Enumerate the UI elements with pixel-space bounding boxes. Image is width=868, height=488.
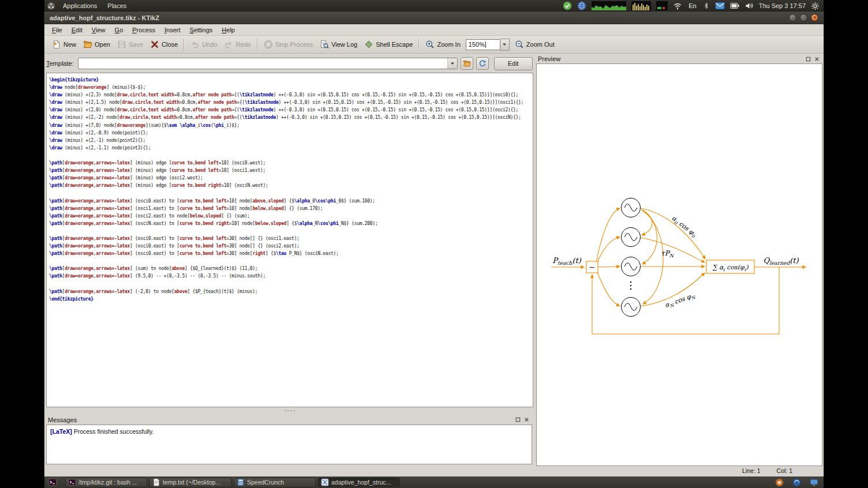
code-line[interactable]: \path[draw=orange,arrows=-latex] (osci0.… bbox=[49, 250, 533, 257]
messages-close-icon[interactable] bbox=[523, 416, 530, 423]
taskbar-right-icons bbox=[775, 478, 824, 487]
taskbar-task[interactable]: temp.txt (~/Desktop... bbox=[149, 478, 231, 487]
editor-preview-splitter[interactable] bbox=[532, 54, 536, 466]
zoom-in-button[interactable]: Zoom In bbox=[422, 38, 463, 51]
taskbar-display-icon[interactable] bbox=[810, 478, 818, 487]
code-line[interactable] bbox=[49, 227, 533, 235]
preview-canvas[interactable]: − ∑ αi cos(φi) Pteach(t) Qlearned(t) τPN… bbox=[536, 63, 822, 466]
code-line[interactable]: \path[draw=orange,arrows=-latex] (osci2.… bbox=[49, 212, 533, 220]
code-line[interactable]: \path[draw=orange,arrows=-latex] (minus)… bbox=[49, 167, 533, 174]
zoom-level-input[interactable]: 150% bbox=[466, 39, 500, 50]
menu-settings[interactable]: Settings bbox=[185, 24, 218, 35]
close-button[interactable]: ✕ bbox=[811, 14, 818, 21]
applications-menu[interactable]: Applications bbox=[58, 0, 102, 12]
alphaN-label: αN cos φN bbox=[664, 291, 697, 310]
system-tray: En Thu Sep 3 17:57 bbox=[563, 1, 824, 10]
close-button[interactable]: Close bbox=[147, 38, 181, 51]
volume-icon[interactable] bbox=[745, 1, 754, 10]
code-line[interactable]: \draw (minus) +(2,0) node[draw,circle,te… bbox=[49, 106, 533, 114]
code-line[interactable] bbox=[49, 280, 533, 288]
code-line[interactable]: \end{tikzpicture} bbox=[49, 295, 533, 303]
distro-logo-icon[interactable] bbox=[47, 2, 55, 10]
code-line[interactable]: \path[draw=orange,arrows=-latex] (osci0.… bbox=[49, 197, 533, 205]
places-menu[interactable]: Places bbox=[103, 0, 131, 12]
menu-edit[interactable]: Edit bbox=[67, 24, 87, 35]
new-button[interactable]: New bbox=[48, 38, 80, 51]
zoom-level-combo[interactable]: 150% bbox=[466, 39, 510, 51]
session-gear-icon[interactable] bbox=[811, 2, 820, 10]
alpha0-label: α0 cos φ0 bbox=[669, 215, 698, 240]
code-line[interactable]: \draw (minus) +(2,-2) node[draw,circle,t… bbox=[49, 114, 533, 121]
bluetooth-icon[interactable] bbox=[703, 1, 710, 10]
panel-menus: Applications Places bbox=[44, 0, 131, 12]
code-line[interactable]: \path[draw=orange,arrows=-latex] (minus)… bbox=[49, 182, 533, 189]
preview-float-icon[interactable] bbox=[805, 55, 811, 62]
code-line[interactable] bbox=[49, 257, 533, 265]
code-line[interactable]: \begin{tikzpicture} bbox=[49, 76, 533, 84]
code-line[interactable]: \path[draw=orange,arrows=-latex] (minus)… bbox=[49, 159, 533, 167]
taskbar-app-blue-icon[interactable] bbox=[792, 478, 801, 487]
zoom-out-button[interactable]: Zoom Out bbox=[511, 38, 558, 51]
menu-go[interactable]: Go bbox=[110, 24, 128, 35]
titlebar[interactable]: adaptive_hopf_structure.tikz - KTikZ – □… bbox=[44, 12, 824, 24]
toolbar-button-label: Close bbox=[162, 41, 178, 48]
globe-icon[interactable] bbox=[577, 1, 586, 10]
template-bar: Template: Edit bbox=[46, 57, 533, 70]
taskbar-task[interactable]: SpeedCrunch bbox=[234, 478, 316, 487]
template-open-button[interactable] bbox=[461, 57, 473, 70]
code-line[interactable]: \path[draw=orange,arrows=-latex] (osci0.… bbox=[49, 235, 533, 242]
code-line[interactable] bbox=[49, 152, 533, 159]
minimize-button[interactable]: – bbox=[789, 14, 796, 21]
task-label: /tmp/ktikz.git : bash ... bbox=[78, 479, 137, 486]
menu-help[interactable]: Help bbox=[217, 24, 240, 35]
menu-file[interactable]: File bbox=[47, 24, 67, 35]
clock[interactable]: Thu Sep 3 17:57 bbox=[759, 2, 806, 9]
system-monitor-bars[interactable] bbox=[631, 1, 651, 10]
code-line[interactable]: \path[draw=orange,arrows=-latex] (minus)… bbox=[49, 174, 533, 182]
preview-close-icon[interactable] bbox=[813, 55, 820, 62]
taskbar-task[interactable]: adaptive_hopf_struc... bbox=[318, 478, 400, 487]
code-line[interactable] bbox=[49, 189, 533, 197]
code-line[interactable]: \path[draw=orange,arrows=-latex] (osciN.… bbox=[49, 220, 533, 227]
zoom-dropdown-arrow[interactable] bbox=[500, 39, 510, 51]
system-monitor-graph[interactable] bbox=[592, 1, 626, 10]
terminal-launcher-icon[interactable] bbox=[48, 478, 58, 487]
messages-float-icon[interactable] bbox=[514, 416, 521, 423]
code-line[interactable]: \draw (minus) +(2,3) node[draw,circle,te… bbox=[49, 91, 533, 99]
maximize-button[interactable]: □ bbox=[800, 14, 807, 21]
zoomin-icon bbox=[425, 40, 435, 49]
wifi-icon[interactable] bbox=[673, 1, 682, 10]
code-line[interactable]: \path[draw=orange,arrows=-latex] (9.5,0)… bbox=[49, 272, 533, 280]
code-line[interactable]: \draw (minus) +(2,-0.9) node(point){}; bbox=[49, 129, 533, 137]
code-editor[interactable]: \begin{tikzpicture}\draw node[draw=orang… bbox=[46, 73, 533, 407]
code-line[interactable]: \draw node[draw=orange] (minus){$-$}; bbox=[49, 84, 533, 91]
code-line[interactable]: \path[draw=orange,arrows=-latex] (sum) t… bbox=[49, 265, 533, 272]
code-line[interactable]: \draw (minus) +(2,-1.1) node(point3){}; bbox=[49, 144, 533, 152]
editor-messages-splitter[interactable] bbox=[46, 406, 532, 415]
menu-process[interactable]: Process bbox=[128, 24, 160, 35]
menu-insert[interactable]: Insert bbox=[160, 24, 185, 35]
template-dropdown-arrow[interactable] bbox=[447, 58, 457, 69]
battery-icon[interactable] bbox=[730, 1, 740, 10]
template-edit-button[interactable]: Edit bbox=[494, 57, 533, 70]
shell-escape-button[interactable]: Shell Escape bbox=[361, 38, 416, 51]
template-reload-button[interactable] bbox=[476, 57, 489, 70]
mail-icon[interactable] bbox=[715, 1, 725, 10]
view-log-button[interactable]: View Log bbox=[316, 38, 361, 51]
open-button[interactable]: Open bbox=[80, 38, 114, 51]
code-line[interactable]: \draw (minus) +(7,0) node[draw=orange](s… bbox=[49, 122, 533, 129]
code-line[interactable]: \path[draw=orange,arrows=-latex] (osci1.… bbox=[49, 205, 533, 212]
menu-view[interactable]: View bbox=[87, 24, 110, 35]
code-line[interactable]: \draw (minus) +(2,1.5) node[draw,circle,… bbox=[49, 99, 533, 106]
code-line[interactable]: \path[draw=orange,arrows=-latex] (-2,0) … bbox=[49, 288, 533, 295]
taskbar-app-orange-icon[interactable] bbox=[775, 478, 784, 487]
save-icon bbox=[117, 40, 126, 49]
updates-check-icon[interactable] bbox=[563, 1, 572, 10]
system-monitor-mini[interactable] bbox=[656, 1, 668, 10]
stop-icon bbox=[264, 40, 273, 49]
taskbar-task[interactable]: /tmp/ktikz.git : bash ... bbox=[65, 478, 147, 487]
code-line[interactable]: \path[draw=orange,arrows=-latex] (osci0.… bbox=[49, 242, 533, 250]
code-line[interactable]: \draw (minus) +(2,-1) node(point2){}; bbox=[49, 137, 533, 144]
keyboard-layout-indicator[interactable]: En bbox=[687, 2, 697, 9]
template-combo[interactable] bbox=[78, 58, 458, 69]
